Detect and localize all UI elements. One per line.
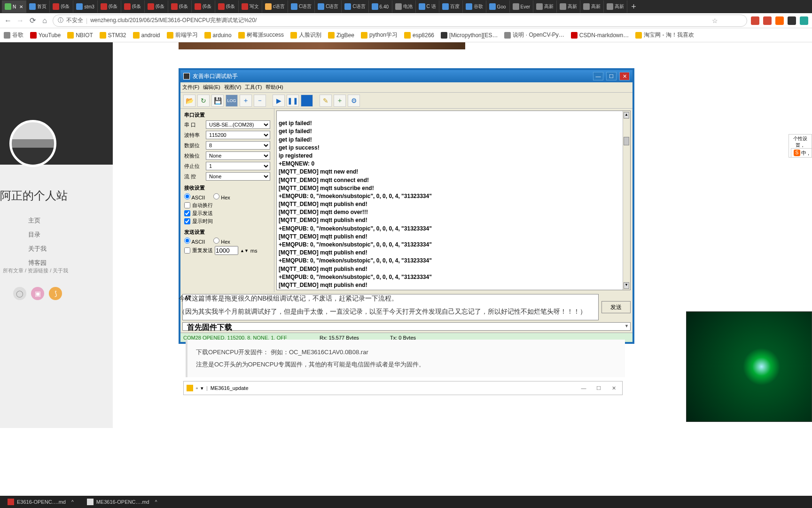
- tab[interactable]: C语言: [342, 0, 368, 13]
- tab[interactable]: (6条: [121, 0, 145, 13]
- tab[interactable]: c语言: [262, 0, 288, 13]
- tb-stop-icon[interactable]: [301, 95, 313, 107]
- tab[interactable]: Ever: [510, 0, 534, 13]
- tab[interactable]: C语言: [315, 0, 342, 13]
- serial-output[interactable]: get ip failed! get ip failed! get ip fai…: [276, 111, 631, 290]
- minimize-button[interactable]: —: [593, 72, 603, 80]
- tab[interactable]: (6条: [50, 0, 73, 13]
- tab[interactable]: 写文: [239, 0, 262, 13]
- extension-icon[interactable]: [763, 16, 772, 25]
- scroll-down-icon[interactable]: ▼: [624, 282, 629, 289]
- bookmark[interactable]: 说明 · OpenCV-Py…: [504, 31, 564, 39]
- menu-view[interactable]: 视图(V): [224, 84, 242, 91]
- extension-icon[interactable]: [788, 16, 796, 25]
- tab[interactable]: 高新: [557, 0, 580, 13]
- reload-button[interactable]: ⟳: [28, 16, 37, 25]
- bookmark[interactable]: 树莓派success: [238, 31, 284, 39]
- bookmark[interactable]: YouTube: [30, 32, 61, 39]
- tab[interactable]: (6条: [215, 0, 239, 13]
- nav-cnblogs[interactable]: 博客园: [28, 259, 47, 267]
- tab[interactable]: stm3: [73, 0, 98, 13]
- bookmark[interactable]: 淘宝网 - 淘！我喜欢: [635, 31, 694, 39]
- tb-minus-icon[interactable]: －: [254, 95, 266, 107]
- bookmark[interactable]: esp8266: [404, 32, 434, 39]
- tb-settings-icon[interactable]: ⚙: [348, 95, 360, 107]
- port-select[interactable]: USB-SE...(COM28): [206, 120, 270, 129]
- extension-icon[interactable]: [751, 16, 759, 25]
- ime-indicator[interactable]: S 中 ,: [791, 148, 812, 158]
- window-titlebar[interactable]: 友善串口调试助手 — ☐ ✕: [180, 70, 632, 82]
- bookmark[interactable]: ZigBee: [328, 32, 354, 39]
- tb-log-icon[interactable]: LOG: [226, 95, 238, 107]
- tab[interactable]: 高新: [580, 0, 604, 13]
- scroll-up-icon[interactable]: ▲: [624, 112, 629, 119]
- menu-file[interactable]: 文件(F): [182, 84, 199, 91]
- bookmark[interactable]: 前端学习: [167, 31, 198, 39]
- bookmark[interactable]: 谷歌: [4, 31, 23, 39]
- bookmark[interactable]: NBIOT: [67, 32, 93, 39]
- url-input[interactable]: ⓘ 不安全 | wenzheng.club/2019/06/25/ME3616-…: [53, 15, 747, 27]
- recv-ascii-radio[interactable]: ASCII: [184, 193, 205, 200]
- sub-nav[interactable]: 所有文章 / 资源链接 / 关于我: [3, 267, 68, 274]
- rss-icon[interactable]: ⟆: [49, 287, 62, 300]
- flow-select[interactable]: None: [206, 172, 270, 181]
- bookmark[interactable]: arduino: [204, 32, 232, 39]
- send-button[interactable]: 发送: [601, 301, 631, 313]
- nav-home[interactable]: 主页: [28, 216, 47, 225]
- caret-icon[interactable]: ^: [71, 500, 74, 505]
- tb-open-icon[interactable]: 📂: [183, 95, 195, 107]
- parity-select[interactable]: None: [206, 151, 270, 160]
- bookmark[interactable]: python学习: [361, 31, 398, 39]
- close-button[interactable]: ✕: [619, 72, 630, 80]
- tab[interactable]: (6条: [168, 0, 192, 13]
- tb-play-icon[interactable]: ▶: [273, 95, 285, 107]
- tab-active[interactable]: N✕: [2, 0, 26, 13]
- menu-edit[interactable]: 编辑(E): [203, 84, 220, 91]
- tb-refresh-icon[interactable]: ↻: [197, 95, 210, 107]
- menu-tools[interactable]: 工具(T): [245, 84, 262, 91]
- tab[interactable]: (6条: [145, 0, 168, 13]
- stopbits-select[interactable]: 1: [206, 162, 270, 170]
- databits-select[interactable]: 8: [206, 141, 270, 150]
- forward-button[interactable]: →: [16, 16, 24, 25]
- tb-brush-icon[interactable]: ✎: [320, 95, 332, 107]
- explorer-minimize[interactable]: —: [577, 384, 590, 392]
- bookmark[interactable]: CSDN-markdown…: [571, 32, 629, 39]
- download-item[interactable]: ME3616-OPENC….md ^: [82, 498, 162, 506]
- repeat-check[interactable]: [184, 247, 190, 254]
- tab[interactable]: C语言: [288, 0, 315, 13]
- repeat-interval-input[interactable]: [215, 246, 238, 255]
- video-thumbnail[interactable]: [686, 311, 812, 422]
- auto-wrap-check[interactable]: [184, 202, 190, 208]
- scrollbar[interactable]: ▲ ▼: [623, 111, 630, 290]
- tab[interactable]: 高新: [533, 0, 557, 13]
- bookmark[interactable]: 人脸识别: [290, 31, 321, 39]
- bookmark[interactable]: [Micropython][ES…: [441, 32, 498, 39]
- explorer-dropdown-icon[interactable]: ▾: [201, 385, 203, 391]
- recv-hex-radio[interactable]: Hex: [213, 193, 230, 200]
- explorer-close[interactable]: ✕: [607, 384, 620, 392]
- bookmark-star-icon[interactable]: ☆: [712, 17, 718, 24]
- download-item[interactable]: E3616-OPENC….md ^: [3, 498, 78, 506]
- scroll-thumb[interactable]: [624, 137, 629, 145]
- tab[interactable]: Goo: [486, 0, 510, 13]
- show-time-check[interactable]: [184, 218, 190, 224]
- tab[interactable]: 首页: [26, 0, 50, 13]
- tab[interactable]: (6条: [98, 0, 121, 13]
- tb-plus-icon[interactable]: ＋: [240, 95, 252, 107]
- caret-icon[interactable]: ^: [155, 500, 157, 505]
- extension-icon[interactable]: [775, 16, 784, 25]
- nav-catalog[interactable]: 目录: [28, 230, 47, 239]
- new-tab-button[interactable]: +: [627, 2, 640, 12]
- tb-add-icon[interactable]: ＋: [334, 95, 346, 107]
- tab[interactable]: 6.40: [369, 0, 392, 13]
- tb-pause-icon[interactable]: ❚❚: [287, 95, 299, 107]
- tab[interactable]: C 语: [416, 0, 439, 13]
- tab[interactable]: 高新: [604, 0, 627, 13]
- bookmark[interactable]: STM32: [100, 32, 126, 39]
- bookmark[interactable]: android: [133, 32, 160, 39]
- tab[interactable]: 谷歌: [463, 0, 486, 13]
- close-tab-icon[interactable]: ✕: [19, 4, 23, 9]
- baud-select[interactable]: 115200: [206, 131, 270, 139]
- tb-save-icon[interactable]: 💾: [211, 95, 224, 107]
